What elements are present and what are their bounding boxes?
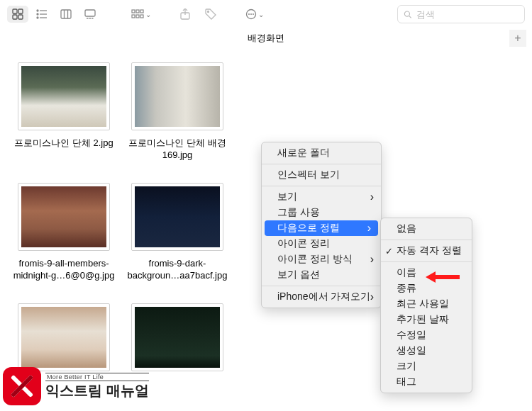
file-label: 프로미스나인 단체 2.jpg	[14, 137, 113, 150]
submenu-item-date-modified[interactable]: 수정일	[381, 327, 472, 343]
submenu-item-date-created[interactable]: 생성일	[381, 343, 472, 359]
file-thumbnail	[131, 62, 223, 130]
toolbar: ⌄ ⌄	[0, 0, 532, 28]
menu-item-view[interactable]: 보기	[262, 189, 381, 205]
sort-by-submenu: 없음 ✓자동 격자 정렬 이름 종류 최근 사용일 추가된 날짜 수정일 생성일…	[380, 218, 472, 393]
view-mode-group	[7, 6, 101, 23]
svg-point-28	[253, 13, 254, 15]
tag-button[interactable]	[200, 6, 221, 23]
submenu-item-snap-to-grid[interactable]: ✓자동 격자 정렬	[381, 243, 472, 259]
watermark-logo	[3, 367, 41, 405]
search-box[interactable]	[397, 5, 525, 23]
svg-rect-14	[87, 18, 89, 19]
svg-rect-20	[136, 15, 139, 18]
submenu-item-tags[interactable]: 태그	[381, 374, 472, 390]
list-view-button[interactable]	[31, 6, 52, 23]
svg-rect-3	[18, 15, 23, 19]
group-button[interactable]: ⌄	[131, 6, 152, 23]
watermark-title: 익스트림 매뉴얼	[45, 381, 149, 400]
chevron-down-icon: ⌄	[145, 11, 151, 18]
menu-separator	[381, 261, 472, 262]
menu-item-use-groups[interactable]: 그룹 사용	[262, 205, 381, 220]
search-input[interactable]	[416, 9, 519, 20]
menu-item-sort-by[interactable]: 다음으로 정렬	[265, 220, 378, 236]
icon-view-button[interactable]	[7, 6, 28, 23]
file-label: 프로미스나인 단체 배경 169.jpg	[124, 137, 231, 162]
menu-item-clean-up-by[interactable]: 아이콘 정리 방식	[262, 252, 381, 267]
window-title: 배경화면	[248, 32, 284, 45]
file-thumbnail	[131, 303, 223, 371]
chevron-down-icon: ⌄	[258, 11, 264, 18]
svg-rect-2	[13, 15, 17, 19]
file-item[interactable]: fromis-9-all-members-midnight-g…6@0@g.jp…	[7, 183, 121, 282]
svg-point-7	[37, 10, 38, 11]
svg-rect-18	[132, 15, 135, 18]
search-icon	[404, 10, 412, 19]
svg-rect-15	[89, 18, 92, 19]
svg-rect-0	[13, 9, 17, 13]
svg-rect-21	[140, 10, 143, 13]
menu-item-import-from-iphone[interactable]: iPhone에서 가져오기	[262, 289, 381, 305]
submenu-item-date-last-opened[interactable]: 최근 사용일	[381, 296, 472, 312]
file-label: fromis-9-dark-backgroun…aa7bacf.jpg	[124, 258, 231, 282]
context-menu: 새로운 폴더 인스펙터 보기 보기 그룹 사용 다음으로 정렬 아이콘 정리 아…	[261, 142, 382, 308]
svg-point-9	[37, 17, 38, 18]
new-tab-button[interactable]: +	[509, 30, 526, 47]
menu-item-new-folder[interactable]: 새로운 폴더	[262, 145, 381, 161]
svg-point-8	[37, 13, 38, 15]
svg-rect-1	[18, 9, 23, 13]
svg-point-29	[404, 11, 409, 16]
gallery-view-button[interactable]	[79, 6, 101, 23]
file-label: fromis-9-all-members-midnight-g…6@0@g.jp…	[11, 258, 117, 282]
menu-item-view-options[interactable]: 보기 옵션	[262, 267, 381, 283]
submenu-item-size[interactable]: 크기	[381, 359, 472, 374]
file-item[interactable]: fromis-9-dark-backgroun…aa7bacf.jpg	[121, 183, 234, 282]
more-actions-button[interactable]: ⌄	[244, 6, 265, 23]
check-icon: ✓	[385, 246, 393, 257]
svg-rect-13	[85, 10, 95, 16]
svg-point-27	[250, 13, 252, 15]
svg-point-24	[208, 11, 209, 13]
watermark: More Better IT Life 익스트림 매뉴얼	[0, 367, 149, 405]
tab-bar: 배경화면 +	[0, 28, 532, 48]
svg-point-26	[248, 13, 250, 15]
file-thumbnail	[18, 303, 110, 371]
menu-separator	[381, 240, 472, 240]
annotation-arrow	[426, 270, 460, 284]
submenu-item-none[interactable]: 없음	[381, 221, 472, 237]
svg-rect-22	[140, 15, 143, 18]
menu-separator	[262, 164, 381, 164]
file-thumbnail	[131, 183, 223, 251]
watermark-subtitle: More Better IT Life	[45, 373, 149, 381]
menu-separator	[262, 286, 381, 286]
file-thumbnail	[18, 62, 110, 130]
svg-rect-17	[132, 10, 135, 13]
menu-separator	[262, 186, 381, 186]
svg-line-30	[409, 16, 411, 18]
menu-item-clean-up[interactable]: 아이콘 정리	[262, 236, 381, 252]
share-button[interactable]	[174, 6, 196, 23]
svg-rect-16	[92, 18, 94, 19]
file-item[interactable]: 프로미스나인 단체 2.jpg	[7, 62, 121, 162]
svg-rect-10	[61, 10, 71, 18]
submenu-item-date-added[interactable]: 추가된 날짜	[381, 312, 472, 327]
svg-rect-19	[136, 10, 139, 13]
file-thumbnail	[18, 183, 110, 251]
menu-item-show-inspector[interactable]: 인스펙터 보기	[262, 167, 381, 183]
column-view-button[interactable]	[55, 6, 77, 23]
plus-icon: +	[514, 32, 521, 45]
file-item[interactable]: 프로미스나인 단체 배경 169.jpg	[121, 62, 234, 162]
